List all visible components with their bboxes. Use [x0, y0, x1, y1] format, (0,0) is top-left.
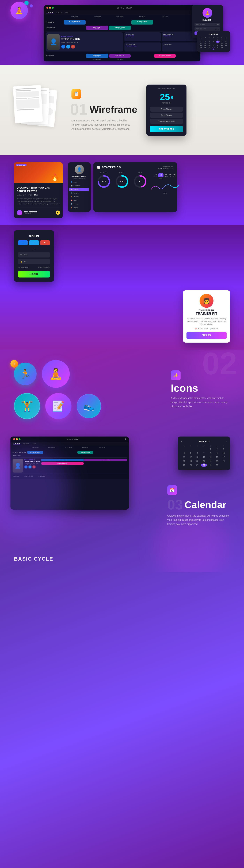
- section-calendar: G SCHEDULE ⬇ 1 MONTH 1 WEEK 1 DAY TUE 27…: [0, 430, 244, 572]
- sidebar-name: ELIZABETH VARGAS: [70, 176, 89, 177]
- basic-cycle-label: BASIC CYCLE: [14, 556, 53, 562]
- article-tag: ATHLETICS: [16, 164, 26, 166]
- tw-signin-button[interactable]: t: [29, 240, 39, 245]
- schedule-item-pilates: PILATES MATWORK 45 min: [64, 20, 86, 25]
- training-option-2: Group Trainer: [150, 113, 183, 118]
- or-divider: OR: [18, 248, 50, 250]
- section-icons: + 02 🏃 🧘 🏋️ 📝 👟 ✨ Icon: [0, 349, 244, 430]
- signin-card: SIGN IN f t G OR ✉Email 🔒•••• Remember m…: [14, 230, 54, 282]
- sidebar-menu-weights[interactable]: ⚖️Weights: [70, 191, 89, 195]
- sidebar-email: elizabeth_v@gmail.com: [70, 178, 89, 179]
- schedule-item-aerobic-jose: AEROBIC DANCE 45 min: [109, 26, 131, 30]
- featured-handle: @stephen_k@gmail.com: [61, 41, 80, 43]
- section1-desc: Our team always tries to keep fit and le…: [72, 119, 134, 131]
- author-action-icon[interactable]: ▶: [56, 211, 60, 215]
- email-field[interactable]: ✉Email: [18, 252, 50, 257]
- trainer-role: TRAINER FIT: [187, 312, 226, 316]
- trainer-time: 6:00 pm: [212, 328, 218, 330]
- article-title: DISCOVER HOW YOU CAN SPRINT FASTER: [17, 186, 60, 193]
- section-wireframe: 📋 01 Wireframe Our team always tries to …: [0, 65, 244, 155]
- cal-tab-1week[interactable]: 1 WEEK: [23, 443, 29, 445]
- tab-1day[interactable]: 1 DAY: [65, 11, 70, 14]
- training-card: STANDART TRAINING 25 $ PER MONTH Group C…: [146, 85, 187, 136]
- cal-schedule-body-sculpt: BODY SCULPT: [84, 459, 127, 461]
- trainer-stephen: STEPHEN KIM PILATES MATWORK: [125, 42, 161, 52]
- accent-circle-2: [30, 4, 33, 7]
- trainer-photo: 👩: [199, 294, 214, 308]
- week-day-13[interactable]: 13: [158, 173, 163, 177]
- article-date: 12 June 2017: [17, 194, 26, 196]
- day-header-thu: THU 29/06: [109, 16, 131, 18]
- dist-label: DIST: [133, 172, 147, 174]
- name-stephen: STEPHEN KIM: [86, 59, 108, 60]
- dashboard-card: 28 JUNE - 03 JULY ⬇ 1 MONTH 1 WEEK 1 DAY…: [44, 5, 200, 61]
- schedule-item-basic-cycle: BASIC CYCLE 45 min: [86, 54, 108, 58]
- article-likes: ❤ 34: [28, 194, 32, 196]
- day-header-wed: WED 28/06: [86, 16, 108, 18]
- sidebar-menu-trainings[interactable]: 🏋️Trainings: [70, 195, 89, 198]
- profile-session-2: BODY SCULPT 45 min: [194, 27, 220, 31]
- wireframe-text: 📋 01 Wireframe Our team always tries to …: [72, 89, 138, 131]
- row-label-bottom: WILLIE LEE: [46, 55, 63, 57]
- cal-next-button[interactable]: ›: [226, 440, 226, 443]
- remember-me-label: Remember me: [18, 267, 29, 268]
- schedule-item-body-sculpt-2: BODY SCULPT: [109, 54, 131, 58]
- get-started-button[interactable]: GET STARTED: [150, 126, 183, 132]
- training-price: 25: [160, 92, 170, 102]
- stats-last-workout-time: 09:00 Am June 3rd 17: [158, 167, 173, 169]
- calendar-full-widget: ‹ JUNE 2017 › SMTWTFS 123 45678910 11121…: [178, 436, 230, 470]
- tab-1week[interactable]: 1 WEEK: [56, 11, 62, 14]
- profile-session-1: BASIC CYCLE 45 min: [194, 23, 220, 26]
- mini-calendar-title: JUNE 2017: [199, 33, 228, 35]
- sidebar-menu-goals[interactable]: 🎯Goals: [70, 199, 89, 202]
- name-jose2: JOSE DAVIS: [109, 59, 131, 60]
- sidebar-menu-logout[interactable]: 🚪Logout: [70, 206, 89, 209]
- trainer-desc: We always search for different ways to b…: [187, 317, 226, 326]
- plus-button[interactable]: +: [10, 360, 18, 368]
- section2-number: 02: [202, 349, 237, 379]
- login-button[interactable]: LOGIN: [18, 271, 50, 278]
- cal-prev-button[interactable]: ‹: [181, 440, 182, 443]
- week-day-14: 14: [165, 173, 168, 176]
- cal-month-title: JUNE 2017: [198, 440, 210, 443]
- section1-number: 01: [70, 102, 87, 117]
- schedule-item-body-sculpt: BODY SCULPT 45 min: [86, 26, 108, 30]
- featured-name: STEPHEN KIM: [61, 38, 80, 41]
- article-comments: 💬 28: [34, 194, 38, 196]
- trainer-price-button[interactable]: $75.99: [187, 332, 226, 339]
- author-name: JOSH PETERSON: [24, 211, 37, 213]
- trainer-card: 👩 AMANDA MITCHELL TRAINER FIT We always …: [183, 290, 230, 343]
- day-header-tue: TUE 27/06: [64, 16, 86, 18]
- week-day-12: 12: [155, 173, 157, 176]
- sidebar-menu-stats[interactable]: 📊Statistics: [70, 188, 89, 191]
- trainer-willie: WILLIE LEE BASIC CYCLE: [125, 32, 161, 41]
- steps-label: STEPS: [115, 172, 129, 174]
- tab-1month[interactable]: 1 MONTH: [46, 11, 54, 14]
- password-field[interactable]: 🔒••••: [18, 259, 50, 264]
- row-label-jose: JOSE SIMOR: [46, 27, 63, 29]
- article-card: ATHLETICS DISCOVER HOW YOU CAN SPRINT FA…: [14, 162, 63, 218]
- week-day-16: 16: [173, 173, 176, 176]
- row-label-elizabeth: ELIZABETH: [46, 22, 63, 23]
- cal-tab-1month[interactable]: 1 MONTH: [13, 443, 20, 445]
- sidebar-menu-profile[interactable]: 👤Profile: [70, 180, 89, 184]
- sidebar-menu-settings[interactable]: ⚙️Settings: [70, 202, 89, 206]
- stats-title: STATISTICS: [102, 166, 121, 169]
- trainer-jose: JOSE DAVIS: [162, 42, 198, 52]
- week-day-15: 15: [169, 173, 172, 176]
- gg-signin-button[interactable]: G: [40, 240, 50, 245]
- cal-tab-1day[interactable]: 1 DAY: [32, 443, 36, 445]
- forgot-password-link[interactable]: Reset Password?: [37, 267, 50, 268]
- trainer-date: 28 June 2017: [197, 328, 208, 330]
- article-excerpt: There are many different ways to increas…: [17, 198, 60, 205]
- cal-download-icon[interactable]: ⬇: [125, 438, 126, 440]
- dashboard-date: 28 JUNE - 03 JULY: [117, 7, 132, 9]
- training-option-3: Discuss Fitness Goals: [150, 119, 183, 124]
- sidebar-menu-editphoto[interactable]: 📷Edit Photo: [70, 184, 89, 187]
- author-avatar: [17, 210, 22, 215]
- mini-calendar: JUNE 2017 SMTWTFS 123 45678910 111213141…: [197, 31, 230, 52]
- yoga-icon-circle: 🧘: [42, 360, 70, 388]
- stats-card: 📈 STATISTICS LAST WORKOUT 09:00 Am June …: [93, 162, 177, 212]
- yoga-float-circle: 🧘: [10, 2, 28, 19]
- fb-signin-button[interactable]: f: [18, 240, 28, 245]
